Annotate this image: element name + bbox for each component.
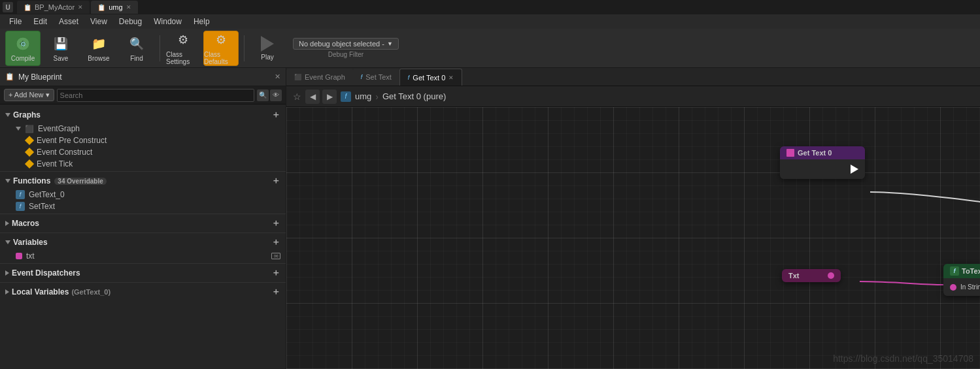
event-pre-construct-item[interactable]: Event Pre Construct bbox=[0, 135, 286, 146]
tab-set-text[interactable]: f Set Text bbox=[353, 69, 399, 86]
section-variables[interactable]: Variables ＋ bbox=[0, 234, 286, 250]
bookmark-icon[interactable]: ☆ bbox=[293, 91, 301, 102]
tree-content: Graphs ＋ ⬛ EventGraph Event Pre Construc… bbox=[0, 104, 286, 369]
class-defaults-icon: ⚙ bbox=[212, 31, 230, 49]
left-panel: 📋 My Blueprint ✕ + Add New ▾ 🔍 👁 Graphs … bbox=[0, 68, 286, 369]
divider-3 bbox=[0, 233, 286, 233]
debug-filter: No debug object selected - ▼ Debug Filte… bbox=[293, 38, 399, 58]
macros-expand-icon bbox=[5, 221, 9, 226]
local-vars-expand-icon bbox=[5, 289, 9, 295]
section-functions[interactable]: Functions 34 Overridable ＋ bbox=[0, 173, 286, 189]
class-defaults-button[interactable]: ⚙ Class Defaults bbox=[203, 31, 239, 66]
menu-file[interactable]: File bbox=[4, 16, 27, 27]
toolbar: ⚙ Compile 💾 Save 📁 Browse 🔍 Find ⚙ Class… bbox=[0, 29, 980, 68]
diamond-icon-3 bbox=[25, 159, 34, 168]
tab-event-graph[interactable]: ⬛ Event Graph bbox=[286, 69, 353, 86]
dropdown-arrow-icon: ▼ bbox=[387, 40, 393, 47]
txt-node[interactable]: Txt bbox=[782, 269, 841, 282]
blueprint-canvas[interactable]: Get Text 0 Return Node bbox=[286, 107, 980, 369]
node-header-icon-1 bbox=[786, 149, 794, 157]
diamond-icon-1 bbox=[25, 136, 34, 145]
add-function-button[interactable]: ＋ bbox=[271, 175, 280, 187]
debug-dropdown[interactable]: No debug object selected - ▼ bbox=[293, 38, 399, 50]
set-text-func[interactable]: f SetText bbox=[0, 201, 286, 212]
tab-get-text-0[interactable]: f Get Text 0 ✕ bbox=[399, 69, 462, 86]
play-icon bbox=[261, 36, 274, 52]
event-tick-item[interactable]: Event Tick bbox=[0, 158, 286, 170]
connections-svg bbox=[286, 107, 980, 369]
add-local-var-button[interactable]: ＋ bbox=[271, 286, 280, 298]
tab-bp-myactor[interactable]: 📋 BP_MyActor ✕ bbox=[17, 1, 90, 14]
breadcrumb-func-icon: f bbox=[341, 91, 351, 102]
add-new-button[interactable]: + Add New ▾ bbox=[4, 89, 54, 101]
mail-icon-txt: ✉ bbox=[271, 253, 280, 259]
view-toggle-button[interactable]: 👁 bbox=[270, 89, 282, 101]
section-event-dispatchers[interactable]: Event Dispatchers ＋ bbox=[0, 265, 286, 281]
compile-button[interactable]: ⚙ Compile bbox=[5, 31, 41, 66]
event-construct-item[interactable]: Event Construct bbox=[0, 146, 286, 158]
event-graph-icon: ⬛ bbox=[25, 124, 34, 133]
main-layout: 📋 My Blueprint ✕ + Add New ▾ 🔍 👁 Graphs … bbox=[0, 68, 980, 369]
watermark: https://blog.csdn.net/qq_35014708 bbox=[833, 353, 973, 364]
menu-window[interactable]: Window bbox=[148, 16, 187, 27]
find-button[interactable]: 🔍 Find bbox=[119, 31, 154, 66]
menu-bar: File Edit Asset View Debug Window Help bbox=[0, 14, 980, 29]
play-button[interactable]: Play bbox=[250, 31, 285, 66]
class-settings-icon: ⚙ bbox=[174, 31, 192, 49]
menu-debug[interactable]: Debug bbox=[114, 16, 147, 27]
svg-text:⚙: ⚙ bbox=[20, 40, 26, 48]
menu-help[interactable]: Help bbox=[188, 16, 215, 27]
add-dispatcher-button[interactable]: ＋ bbox=[271, 267, 280, 279]
var-icon-txt bbox=[16, 253, 22, 259]
close-tab-bp[interactable]: ✕ bbox=[78, 4, 83, 10]
save-button[interactable]: 💾 Save bbox=[43, 31, 78, 66]
toolbar-separator-1 bbox=[160, 35, 160, 61]
app-logo: U bbox=[3, 2, 13, 12]
browse-button[interactable]: 📁 Browse bbox=[81, 31, 116, 66]
in-string-pin: In String bbox=[950, 282, 980, 292]
section-macros[interactable]: Macros ＋ bbox=[0, 216, 286, 231]
txt-out-pin[interactable] bbox=[828, 272, 834, 279]
add-macro-button[interactable]: ＋ bbox=[271, 217, 280, 229]
get-text-node[interactable]: Get Text 0 bbox=[780, 146, 865, 179]
functions-collapse-icon bbox=[5, 179, 10, 183]
class-settings-button[interactable]: ⚙ Class Settings bbox=[165, 31, 201, 66]
section-graphs[interactable]: Graphs ＋ bbox=[0, 107, 286, 123]
add-variable-button[interactable]: ＋ bbox=[271, 236, 280, 248]
search-input[interactable] bbox=[60, 91, 251, 99]
event-graph-item[interactable]: ⬛ EventGraph bbox=[0, 123, 286, 135]
divider-1 bbox=[0, 171, 286, 172]
breadcrumb-nav: ◀ ▶ bbox=[305, 89, 337, 104]
view-options: 🔍 👁 bbox=[257, 89, 282, 101]
canvas-tabs: ⬛ Event Graph f Set Text f Get Text 0 ✕ bbox=[286, 68, 980, 86]
breadcrumb-separator: › bbox=[375, 91, 379, 102]
get-text-0-func[interactable]: f GetText_0 bbox=[0, 189, 286, 201]
divider-4 bbox=[0, 263, 286, 264]
section-local-variables[interactable]: Local Variables (GetText_0) ＋ bbox=[0, 284, 286, 300]
diamond-icon-2 bbox=[25, 148, 34, 157]
in-string-dot[interactable] bbox=[950, 284, 956, 291]
panel-header: 📋 My Blueprint ✕ bbox=[0, 68, 286, 86]
menu-edit[interactable]: Edit bbox=[28, 16, 52, 27]
find-icon: 🔍 bbox=[127, 35, 146, 53]
close-tab-umg[interactable]: ✕ bbox=[126, 4, 131, 10]
divider-2 bbox=[0, 214, 286, 214]
menu-view[interactable]: View bbox=[85, 16, 112, 27]
tab-umg[interactable]: 📋 umg ✕ bbox=[91, 1, 137, 14]
back-button[interactable]: ◀ bbox=[305, 89, 320, 104]
title-bar: U 📋 BP_MyActor ✕ 📋 umg ✕ bbox=[0, 0, 980, 14]
func-icon-2: f bbox=[16, 202, 25, 211]
txt-variable-item[interactable]: txt ✉ bbox=[0, 250, 286, 262]
forward-button[interactable]: ▶ bbox=[322, 89, 337, 104]
add-graph-button[interactable]: ＋ bbox=[271, 109, 280, 121]
menu-asset[interactable]: Asset bbox=[54, 16, 84, 27]
close-tab-get-text[interactable]: ✕ bbox=[448, 74, 454, 81]
exec-out-pin-1[interactable] bbox=[851, 165, 858, 174]
func-icon-1: f bbox=[16, 190, 25, 199]
dispatchers-expand-icon bbox=[5, 270, 9, 276]
toolbar-separator-2 bbox=[244, 35, 245, 61]
totext-node[interactable]: f ToText (string) In String Return Value bbox=[943, 264, 980, 296]
panel-close-button[interactable]: ✕ bbox=[275, 72, 280, 81]
search-submit-button[interactable]: 🔍 bbox=[257, 89, 269, 101]
canvas-area: ⬛ Event Graph f Set Text f Get Text 0 ✕ … bbox=[286, 68, 980, 369]
